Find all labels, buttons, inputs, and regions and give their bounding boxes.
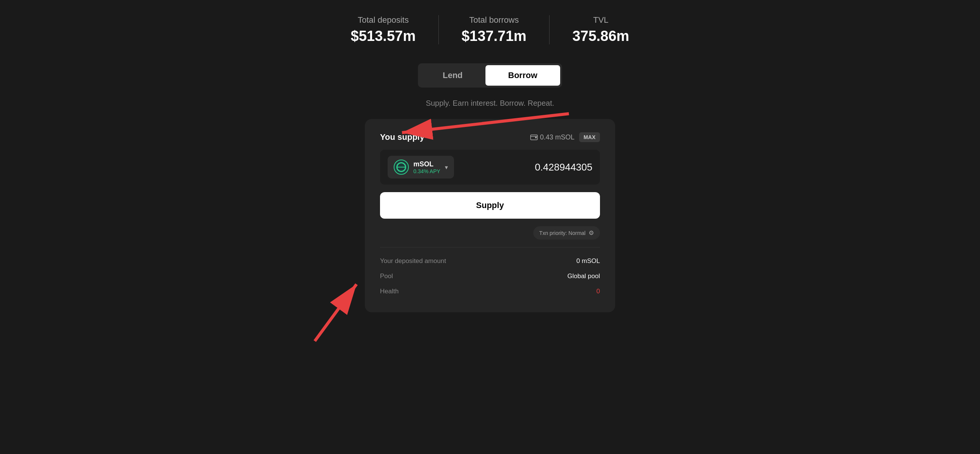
tab-lend[interactable]: Lend	[420, 65, 485, 86]
gear-icon[interactable]: ⚙	[589, 229, 594, 237]
supply-button[interactable]: Supply	[380, 192, 600, 219]
tvl-label: TVL	[572, 15, 629, 25]
chevron-down-icon: ▾	[445, 164, 448, 171]
deposited-amount-row: Your deposited amount 0 mSOL	[380, 254, 600, 269]
info-rows: Your deposited amount 0 mSOL Pool Global…	[380, 247, 600, 299]
tvl-stat: TVL 375.86m	[550, 15, 652, 44]
total-borrows-label: Total borrows	[461, 15, 527, 25]
token-input-row: mSOL 0.34% APY ▾	[380, 150, 600, 184]
token-info: mSOL 0.34% APY	[414, 160, 440, 174]
supply-header: You supply 0.43 mSOL MAX	[380, 132, 600, 142]
health-value: 0	[597, 287, 600, 295]
balance-amount: 0.43 mSOL	[530, 133, 574, 141]
total-borrows-value: $137.71m	[461, 28, 527, 44]
msol-token-icon	[394, 160, 409, 175]
max-button[interactable]: MAX	[579, 132, 600, 142]
balance-info: 0.43 mSOL MAX	[530, 132, 600, 142]
amount-input[interactable]	[498, 162, 592, 173]
total-borrows-stat: Total borrows $137.71m	[439, 15, 550, 44]
token-apy: 0.34% APY	[414, 168, 440, 174]
deposited-amount-value: 0 mSOL	[576, 257, 600, 265]
svg-rect-1	[535, 137, 537, 138]
wallet-icon	[530, 133, 538, 141]
health-row: Health 0	[380, 284, 600, 299]
pool-label: Pool	[380, 273, 393, 280]
health-label: Health	[380, 287, 399, 295]
total-deposits-value: $513.57m	[351, 28, 416, 44]
supply-card: You supply 0.43 mSOL MAX	[365, 119, 615, 312]
stats-bar: Total deposits $513.57m Total borrows $1…	[328, 15, 652, 44]
subtitle: Supply. Earn interest. Borrow. Repeat.	[426, 99, 554, 108]
tab-borrow[interactable]: Borrow	[485, 65, 560, 86]
supply-label: You supply	[380, 132, 425, 142]
balance-text: 0.43 mSOL	[540, 133, 574, 141]
pool-value: Global pool	[567, 273, 600, 280]
txn-priority-badge: Txn priority: Normal ⚙	[533, 226, 600, 240]
txn-priority-text: Txn priority: Normal	[539, 230, 585, 236]
deposited-amount-label: Your deposited amount	[380, 257, 446, 265]
total-deposits-stat: Total deposits $513.57m	[328, 15, 439, 44]
tvl-value: 375.86m	[572, 28, 629, 44]
total-deposits-label: Total deposits	[351, 15, 416, 25]
tab-container: Lend Borrow	[418, 63, 562, 87]
token-name: mSOL	[414, 160, 440, 168]
token-selector[interactable]: mSOL 0.34% APY ▾	[388, 156, 454, 178]
pool-row: Pool Global pool	[380, 269, 600, 284]
txn-priority: Txn priority: Normal ⚙	[380, 226, 600, 240]
